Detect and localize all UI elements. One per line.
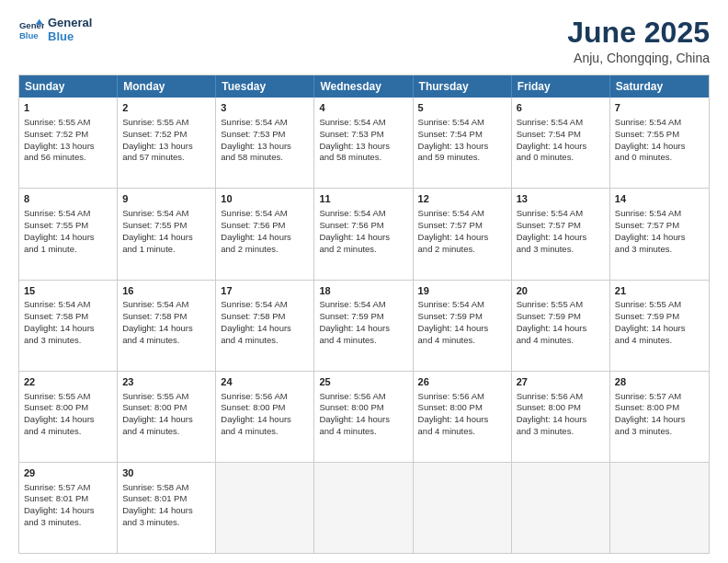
day-info-line: and 4 minutes.	[122, 335, 210, 347]
day-info-line: Sunrise: 5:54 AM	[319, 299, 407, 311]
calendar-header: SundayMondayTuesdayWednesdayThursdayFrid…	[19, 75, 709, 98]
weekday-header: Saturday	[610, 75, 709, 98]
day-info-line: and 4 minutes.	[221, 426, 309, 438]
day-info-line: Sunrise: 5:55 AM	[24, 391, 112, 403]
day-info-line: and 4 minutes.	[615, 335, 704, 347]
day-info-line: and 3 minutes.	[615, 426, 704, 438]
day-info-line: Sunset: 7:52 PM	[122, 129, 210, 141]
day-number: 15	[24, 284, 112, 298]
day-info-line: Sunrise: 5:54 AM	[319, 117, 407, 129]
calendar-cell: 17Sunrise: 5:54 AMSunset: 7:58 PMDayligh…	[216, 281, 314, 371]
calendar-cell: 30Sunrise: 5:58 AMSunset: 8:01 PMDayligh…	[118, 463, 216, 553]
day-info-line: Sunrise: 5:55 AM	[24, 117, 112, 129]
day-info-line: Sunrise: 5:54 AM	[418, 117, 506, 129]
day-info-line: Sunrise: 5:57 AM	[24, 482, 112, 494]
day-info-line: and 0 minutes.	[517, 152, 605, 164]
day-info-line: Sunrise: 5:55 AM	[122, 391, 210, 403]
day-info-line: and 3 minutes.	[517, 426, 605, 438]
day-info-line: Sunset: 7:59 PM	[517, 311, 605, 323]
day-info-line: Daylight: 14 hours	[615, 141, 704, 153]
day-info-line: Daylight: 13 hours	[319, 141, 407, 153]
day-info-line: Sunset: 7:55 PM	[615, 129, 704, 141]
day-info-line: Daylight: 14 hours	[122, 232, 210, 244]
day-number: 6	[517, 101, 605, 115]
logo: General Blue General Blue	[18, 17, 92, 44]
day-info-line: Sunrise: 5:55 AM	[122, 117, 210, 129]
day-info-line: Daylight: 14 hours	[319, 323, 407, 335]
calendar-cell	[314, 463, 413, 553]
day-number: 17	[221, 284, 309, 298]
day-info-line: and 4 minutes.	[319, 335, 407, 347]
day-info-line: Sunset: 7:59 PM	[418, 311, 506, 323]
day-number: 5	[418, 101, 506, 115]
calendar-cell: 1Sunrise: 5:55 AMSunset: 7:52 PMDaylight…	[19, 98, 118, 188]
day-info-line: and 58 minutes.	[221, 152, 309, 164]
day-info-line: Sunset: 8:00 PM	[24, 402, 112, 414]
main-title: June 2025	[567, 17, 710, 49]
day-info-line: Sunset: 8:00 PM	[418, 402, 506, 414]
day-info-line: Sunrise: 5:57 AM	[615, 391, 704, 403]
day-info-line: Daylight: 14 hours	[24, 323, 112, 335]
weekday-header: Monday	[118, 75, 216, 98]
day-info-line: Sunrise: 5:56 AM	[221, 391, 309, 403]
day-info-line: Daylight: 14 hours	[517, 323, 605, 335]
day-info-line: Sunrise: 5:54 AM	[221, 117, 309, 129]
day-info-line: Sunrise: 5:54 AM	[615, 208, 704, 220]
day-info-line: Sunset: 8:00 PM	[122, 402, 210, 414]
calendar-cell: 29Sunrise: 5:57 AMSunset: 8:01 PMDayligh…	[19, 463, 118, 553]
calendar-cell: 19Sunrise: 5:54 AMSunset: 7:59 PMDayligh…	[414, 281, 512, 371]
day-number: 2	[122, 101, 210, 115]
day-info-line: Daylight: 14 hours	[517, 414, 605, 426]
page: General Blue General Blue June 2025 Anju…	[0, 0, 728, 563]
calendar-cell: 3Sunrise: 5:54 AMSunset: 7:53 PMDaylight…	[216, 98, 314, 188]
calendar-cell: 26Sunrise: 5:56 AMSunset: 8:00 PMDayligh…	[414, 372, 512, 462]
day-number: 11	[319, 192, 407, 206]
day-info-line: Daylight: 14 hours	[319, 232, 407, 244]
calendar-cell: 25Sunrise: 5:56 AMSunset: 8:00 PMDayligh…	[314, 372, 413, 462]
day-number: 18	[319, 284, 407, 298]
title-block: June 2025 Anju, Chongqing, China	[567, 17, 710, 65]
calendar-cell: 20Sunrise: 5:55 AMSunset: 7:59 PMDayligh…	[512, 281, 610, 371]
day-number: 4	[319, 101, 407, 115]
day-info-line: Daylight: 14 hours	[615, 414, 704, 426]
calendar-cell: 13Sunrise: 5:54 AMSunset: 7:57 PMDayligh…	[512, 189, 610, 279]
calendar-cell: 9Sunrise: 5:54 AMSunset: 7:55 PMDaylight…	[118, 189, 216, 279]
day-info-line: Daylight: 14 hours	[418, 232, 506, 244]
day-info-line: Sunset: 7:57 PM	[418, 220, 506, 232]
day-info-line: Sunset: 7:56 PM	[319, 220, 407, 232]
day-info-line: Daylight: 14 hours	[221, 323, 309, 335]
day-info-line: Sunrise: 5:54 AM	[418, 208, 506, 220]
day-number: 7	[615, 101, 704, 115]
calendar-cell: 24Sunrise: 5:56 AMSunset: 8:00 PMDayligh…	[216, 372, 314, 462]
day-info-line: Sunset: 7:56 PM	[221, 220, 309, 232]
calendar-cell: 6Sunrise: 5:54 AMSunset: 7:54 PMDaylight…	[512, 98, 610, 188]
day-number: 14	[615, 192, 704, 206]
day-info-line: Sunset: 7:53 PM	[319, 129, 407, 141]
calendar-cell: 11Sunrise: 5:54 AMSunset: 7:56 PMDayligh…	[314, 189, 413, 279]
day-info-line: Sunrise: 5:58 AM	[122, 482, 210, 494]
calendar-row: 29Sunrise: 5:57 AMSunset: 8:01 PMDayligh…	[19, 462, 709, 553]
day-info-line: Daylight: 14 hours	[615, 323, 704, 335]
day-info-line: Sunset: 7:59 PM	[319, 311, 407, 323]
day-number: 3	[221, 101, 309, 115]
calendar-cell: 23Sunrise: 5:55 AMSunset: 8:00 PMDayligh…	[118, 372, 216, 462]
calendar-cell: 10Sunrise: 5:54 AMSunset: 7:56 PMDayligh…	[216, 189, 314, 279]
day-info-line: Sunrise: 5:54 AM	[24, 299, 112, 311]
day-info-line: and 0 minutes.	[615, 152, 704, 164]
day-info-line: Daylight: 14 hours	[122, 414, 210, 426]
day-number: 28	[615, 375, 704, 389]
day-info-line: Daylight: 14 hours	[24, 505, 112, 517]
day-info-line: Daylight: 13 hours	[221, 141, 309, 153]
calendar-cell: 14Sunrise: 5:54 AMSunset: 7:57 PMDayligh…	[610, 189, 709, 279]
day-info-line: Sunset: 7:54 PM	[517, 129, 605, 141]
calendar-cell: 21Sunrise: 5:55 AMSunset: 7:59 PMDayligh…	[610, 281, 709, 371]
day-info-line: Sunset: 8:00 PM	[319, 402, 407, 414]
day-info-line: Sunset: 7:52 PM	[24, 129, 112, 141]
day-number: 21	[615, 284, 704, 298]
calendar-row: 15Sunrise: 5:54 AMSunset: 7:58 PMDayligh…	[19, 280, 709, 371]
day-info-line: Sunset: 7:58 PM	[122, 311, 210, 323]
weekday-header: Thursday	[414, 75, 512, 98]
calendar-cell	[610, 463, 709, 553]
calendar-cell: 15Sunrise: 5:54 AMSunset: 7:58 PMDayligh…	[19, 281, 118, 371]
day-number: 30	[122, 466, 210, 480]
